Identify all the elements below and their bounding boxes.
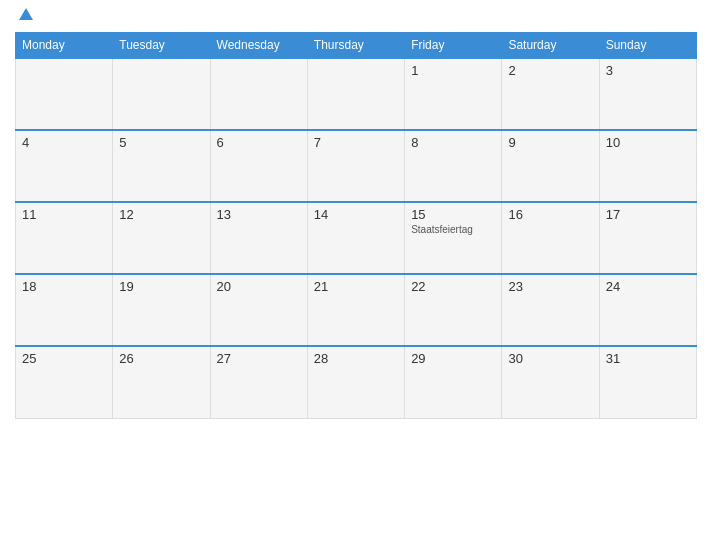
day-number: 28	[314, 351, 398, 366]
calendar-cell: 2	[502, 58, 599, 130]
day-number: 23	[508, 279, 592, 294]
weekday-header-monday: Monday	[16, 33, 113, 59]
calendar-cell: 6	[210, 130, 307, 202]
weekday-header-friday: Friday	[405, 33, 502, 59]
day-number: 19	[119, 279, 203, 294]
week-row-1: 123	[16, 58, 697, 130]
calendar-cell: 7	[307, 130, 404, 202]
calendar-cell: 26	[113, 346, 210, 418]
calendar-wrapper: MondayTuesdayWednesdayThursdayFridaySatu…	[0, 0, 712, 550]
day-number: 3	[606, 63, 690, 78]
day-number: 30	[508, 351, 592, 366]
day-number: 10	[606, 135, 690, 150]
day-number: 21	[314, 279, 398, 294]
day-number: 17	[606, 207, 690, 222]
calendar-cell: 27	[210, 346, 307, 418]
calendar-cell	[16, 58, 113, 130]
day-number: 31	[606, 351, 690, 366]
day-number: 8	[411, 135, 495, 150]
week-row-2: 45678910	[16, 130, 697, 202]
day-number: 14	[314, 207, 398, 222]
calendar-cell: 21	[307, 274, 404, 346]
calendar-cell: 10	[599, 130, 696, 202]
day-number: 16	[508, 207, 592, 222]
calendar-cell: 5	[113, 130, 210, 202]
weekday-header-saturday: Saturday	[502, 33, 599, 59]
calendar-cell: 18	[16, 274, 113, 346]
day-number: 5	[119, 135, 203, 150]
day-number: 1	[411, 63, 495, 78]
weekday-header-wednesday: Wednesday	[210, 33, 307, 59]
day-number: 24	[606, 279, 690, 294]
weekday-header-thursday: Thursday	[307, 33, 404, 59]
day-number: 7	[314, 135, 398, 150]
day-number: 15	[411, 207, 495, 222]
calendar-cell: 8	[405, 130, 502, 202]
day-number: 4	[22, 135, 106, 150]
day-number: 26	[119, 351, 203, 366]
day-number: 22	[411, 279, 495, 294]
weekday-header-sunday: Sunday	[599, 33, 696, 59]
day-number: 9	[508, 135, 592, 150]
calendar-cell: 25	[16, 346, 113, 418]
calendar-table: MondayTuesdayWednesdayThursdayFridaySatu…	[15, 32, 697, 419]
calendar-cell: 24	[599, 274, 696, 346]
day-number: 11	[22, 207, 106, 222]
calendar-cell: 16	[502, 202, 599, 274]
day-number: 13	[217, 207, 301, 222]
day-number: 18	[22, 279, 106, 294]
calendar-cell: 14	[307, 202, 404, 274]
calendar-cell: 1	[405, 58, 502, 130]
calendar-cell: 20	[210, 274, 307, 346]
calendar-cell: 15Staatsfeiertag	[405, 202, 502, 274]
day-number: 29	[411, 351, 495, 366]
day-number: 6	[217, 135, 301, 150]
calendar-cell: 19	[113, 274, 210, 346]
day-number: 27	[217, 351, 301, 366]
calendar-cell	[307, 58, 404, 130]
calendar-cell: 11	[16, 202, 113, 274]
week-row-5: 25262728293031	[16, 346, 697, 418]
calendar-cell: 3	[599, 58, 696, 130]
week-row-3: 1112131415Staatsfeiertag1617	[16, 202, 697, 274]
calendar-cell: 9	[502, 130, 599, 202]
calendar-cell: 31	[599, 346, 696, 418]
calendar-cell: 23	[502, 274, 599, 346]
calendar-cell	[113, 58, 210, 130]
calendar-cell: 30	[502, 346, 599, 418]
calendar-cell	[210, 58, 307, 130]
calendar-cell: 4	[16, 130, 113, 202]
weekday-header-row: MondayTuesdayWednesdayThursdayFridaySatu…	[16, 33, 697, 59]
logo-triangle-icon	[19, 8, 33, 20]
week-row-4: 18192021222324	[16, 274, 697, 346]
day-number: 2	[508, 63, 592, 78]
calendar-cell: 22	[405, 274, 502, 346]
holiday-label: Staatsfeiertag	[411, 224, 495, 235]
weekday-header-tuesday: Tuesday	[113, 33, 210, 59]
calendar-cell: 29	[405, 346, 502, 418]
calendar-cell: 28	[307, 346, 404, 418]
logo	[15, 10, 33, 22]
calendar-cell: 17	[599, 202, 696, 274]
day-number: 12	[119, 207, 203, 222]
calendar-cell: 12	[113, 202, 210, 274]
day-number: 20	[217, 279, 301, 294]
calendar-header	[15, 10, 697, 22]
calendar-cell: 13	[210, 202, 307, 274]
day-number: 25	[22, 351, 106, 366]
